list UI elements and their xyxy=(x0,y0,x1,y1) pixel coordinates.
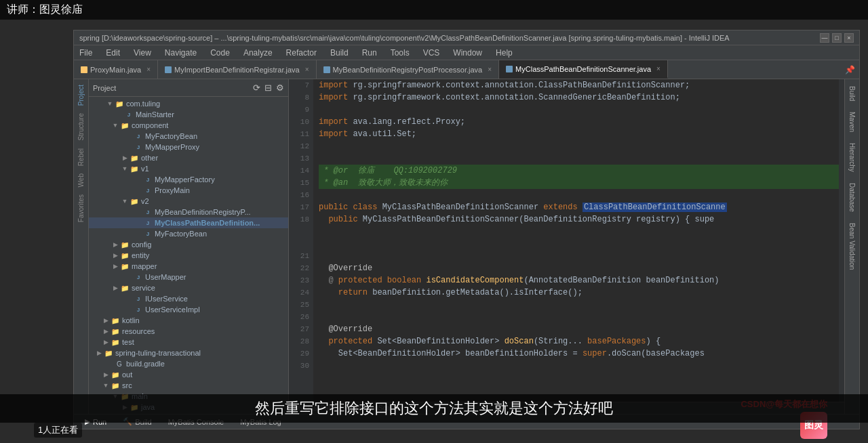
tree-item-other[interactable]: ▶ 📁 other xyxy=(89,152,288,163)
sync-icon[interactable]: ⟳ xyxy=(253,83,260,93)
right-panel-database[interactable]: Database xyxy=(847,179,857,216)
code-content[interactable]: import rg.springframework.context.annota… xyxy=(313,79,839,402)
subtitle-bar: 然后重写它排除接口的这个方法其实就是这个方法好吧 xyxy=(0,394,868,423)
tree-item-spring-tuling-transactional[interactable]: ▶ 📁 spring-tuling-transactional xyxy=(89,347,288,358)
tab-close-proxymain[interactable]: × xyxy=(146,66,151,73)
tree-item-config[interactable]: ▶ 📁 config xyxy=(89,239,288,250)
folder-icon-entity: 📁 xyxy=(120,251,130,260)
folder-icon-kotlin: 📁 xyxy=(111,316,120,325)
left-strip-favorites[interactable]: Favorites xyxy=(76,192,86,225)
code-line-13 xyxy=(319,152,839,165)
tree-item-entity[interactable]: ▶ 📁 entity xyxy=(89,250,288,261)
left-strip-structure[interactable]: Structure xyxy=(76,110,86,144)
tree-text-proxymain-tree: ProxyMain xyxy=(155,186,190,194)
title-text: spring [D:\ideaworkspace\spring-source] … xyxy=(79,34,820,42)
tree-item-myfactorybean2[interactable]: J MyFactoryBean xyxy=(89,228,288,239)
tree-item-build-gradle[interactable]: G build.gradle xyxy=(89,358,288,369)
tree-item-service[interactable]: ▶ 📁 service xyxy=(89,282,288,293)
tree-item-com-tuling[interactable]: ▼ 📁 com.tuling xyxy=(89,98,288,109)
left-strip-web[interactable]: Web xyxy=(76,171,86,190)
left-strip-rebel[interactable]: Rebel xyxy=(76,146,86,169)
left-strip: Project Structure Rebel Web Favorites xyxy=(74,79,89,414)
tree-item-component[interactable]: ▼ 📁 component xyxy=(89,120,288,131)
folder-icon-service: 📁 xyxy=(120,283,130,293)
tab-myclasspath[interactable]: MyClassPathBeanDefinitionScanner.java × xyxy=(499,60,668,79)
menu-bar: File Edit View Navigate Code Analyze Ref… xyxy=(74,45,859,60)
tree-item-proxymain-tree[interactable]: J ProxyMain xyxy=(89,185,288,196)
menu-edit[interactable]: Edit xyxy=(103,48,123,58)
tree-text-myfactorybean: MyFactoryBean xyxy=(145,132,197,140)
tab-proxymain[interactable]: ProxyMain.java × xyxy=(74,60,158,79)
tree-item-src[interactable]: ▼ 📁 src xyxy=(89,380,288,391)
left-strip-project[interactable]: Project xyxy=(76,82,86,108)
right-panel-maven[interactable]: Maven xyxy=(847,108,857,136)
tree-item-mainstarter[interactable]: J MainStarter xyxy=(89,109,288,120)
java-icon-myfactorybean: J xyxy=(134,131,143,141)
folder-icon-com-tuling: 📁 xyxy=(115,99,124,108)
collapse-icon[interactable]: ⊟ xyxy=(264,83,272,93)
tree-text-kotlin: kotlin xyxy=(122,316,140,324)
menu-build[interactable]: Build xyxy=(328,48,351,58)
tree-text-com-tuling: com.tuling xyxy=(126,100,160,108)
menu-code[interactable]: Code xyxy=(208,48,233,58)
editor-pin-icon[interactable]: 📌 xyxy=(845,65,855,75)
menu-run[interactable]: Run xyxy=(359,48,380,58)
tree-item-usermapper[interactable]: J UserMapper xyxy=(89,272,288,282)
tree-text-component: component xyxy=(132,121,168,129)
java-icon-mymapperfactory: J xyxy=(143,175,153,184)
tree-text-mymapperfactory: MyMapperFactory xyxy=(155,175,215,184)
menu-vcs[interactable]: VCS xyxy=(420,48,443,58)
code-line-16 xyxy=(319,189,839,201)
menu-file[interactable]: File xyxy=(77,48,95,58)
java-icon-myclasspath-tree: J xyxy=(143,218,153,228)
editor-scrollbar[interactable] xyxy=(839,79,844,402)
settings-icon[interactable]: ⚙ xyxy=(276,83,284,93)
menu-help[interactable]: Help xyxy=(493,48,515,58)
code-editor[interactable]: 7 8 9 10 11 12 13 14 15 16 17 18 19 20 2… xyxy=(289,79,844,414)
right-panel-bean-validation[interactable]: Bean Validation xyxy=(847,219,857,274)
tree-item-test[interactable]: ▶ 📁 test xyxy=(89,337,288,347)
tree-item-mybeandefregistry[interactable]: J MyBeanDefinitionRegistryP... xyxy=(89,207,288,217)
tree-item-myclasspath-tree[interactable]: J MyClassPathBeanDefinition... xyxy=(89,217,288,228)
code-line-23: @ protected boolean isCandidateComponent… xyxy=(319,274,839,287)
java-icon-proxymain-tree: J xyxy=(143,186,153,195)
tree-text-config: config xyxy=(132,240,151,249)
subtitle-text: 然后重写它排除接口的这个方法其实就是这个方法好吧 xyxy=(255,400,613,417)
minimize-button[interactable]: — xyxy=(820,33,829,43)
tree-item-kotlin[interactable]: ▶ 📁 kotlin xyxy=(89,315,288,326)
menu-tools[interactable]: Tools xyxy=(388,48,412,58)
java-icon-mainstarter: J xyxy=(124,110,134,119)
tree-item-v2[interactable]: ▼ 📁 v2 xyxy=(89,196,288,207)
sidebar: Project ⟳ ⊟ ⚙ ▼ 📁 com.tuling J MainStart… xyxy=(89,79,289,414)
tree-item-out[interactable]: ▶ 📁 out xyxy=(89,369,288,380)
menu-view[interactable]: View xyxy=(131,48,154,58)
tree-item-mapper[interactable]: ▶ 📁 mapper xyxy=(89,261,288,272)
tree-item-myfactorybean[interactable]: J MyFactoryBean xyxy=(89,131,288,142)
tree-item-iuserservice[interactable]: J IUserService xyxy=(89,293,288,304)
right-panel-hierarchy[interactable]: Hierarchy xyxy=(847,139,857,176)
tree-text-build-gradle: build.gradle xyxy=(126,360,165,368)
menu-analyze[interactable]: Analyze xyxy=(241,48,275,58)
code-line-17: public class MyClassPathBeanDefinitionSc… xyxy=(319,201,839,213)
tree-text-src: src xyxy=(122,381,132,389)
menu-window[interactable]: Window xyxy=(450,48,485,58)
tab-close-myimport[interactable]: × xyxy=(305,66,309,73)
maximize-button[interactable]: □ xyxy=(832,33,842,43)
tree-text-myfactorybean2: MyFactoryBean xyxy=(155,230,207,238)
menu-navigate[interactable]: Navigate xyxy=(162,48,199,58)
close-button[interactable]: × xyxy=(844,33,854,43)
tree-item-mymapperproxy[interactable]: J MyMapperProxy xyxy=(89,142,288,152)
tree-item-mymapperfactory[interactable]: J MyMapperFactory xyxy=(89,174,288,185)
menu-refactor[interactable]: Refactor xyxy=(283,48,319,58)
right-panel-build[interactable]: Build xyxy=(847,82,857,105)
tree-text-iuserservice: IUserService xyxy=(145,295,188,303)
tree-item-resources[interactable]: ▶ 📁 resources xyxy=(89,326,288,337)
arrow-com-tuling: ▼ xyxy=(105,100,115,107)
tab-close-mybeanregistry[interactable]: × xyxy=(488,66,492,73)
tree-item-v1[interactable]: ▼ 📁 v1 xyxy=(89,163,288,174)
tree-item-userserviceimpl[interactable]: J UserServiceImpl xyxy=(89,304,288,315)
code-line-24: return beanDefinition.getMetadata().isIn… xyxy=(319,287,839,299)
tab-mybeanregistry[interactable]: MyBeanDefinitionRegistryPostProcessor.ja… xyxy=(317,60,500,79)
tab-close-myclasspath[interactable]: × xyxy=(656,65,660,72)
tab-myimport[interactable]: MyImportBeanDefinitionRegistrar.java × xyxy=(158,60,316,79)
